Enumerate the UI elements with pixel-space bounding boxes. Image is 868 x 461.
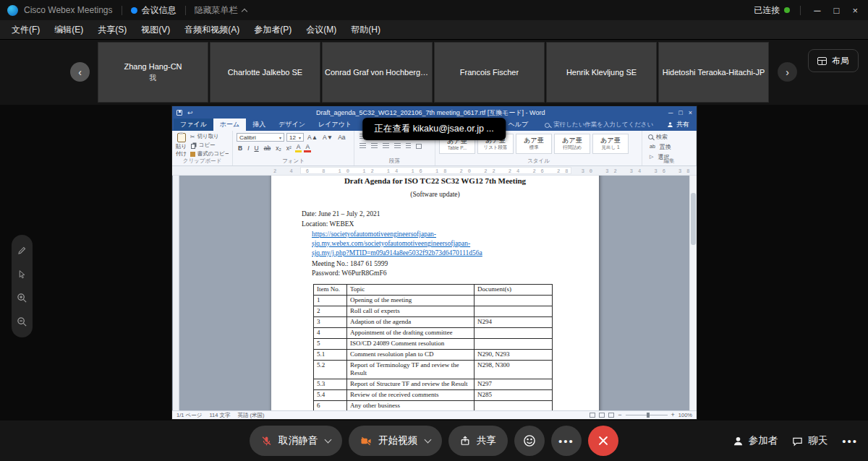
document-page[interactable]: Draft Agenda for ISO TC22 SC32 WG12 7th … [271, 176, 599, 410]
video-tile[interactable]: Hidetoshi Teraoka-Hitachi-JP [658, 42, 769, 103]
horizontal-ruler[interactable]: 2 4 6 8 10 12 14 16 18 20 22 24 26 28 30… [172, 166, 697, 176]
save-icon[interactable] [176, 110, 182, 116]
table-cell: 5.4 [314, 390, 347, 401]
tell-me-search[interactable]: 実行したい作業を入力してください [545, 121, 653, 131]
close-button[interactable]: × [849, 5, 861, 16]
style-name: 標準 [529, 145, 539, 151]
font-size-combo[interactable]: 12▾ [286, 133, 304, 142]
font-color-icon[interactable]: A [304, 144, 311, 152]
pointer-icon[interactable] [16, 268, 28, 280]
vertical-ruler[interactable] [173, 176, 179, 410]
chat-button[interactable]: 聊天 [792, 434, 827, 447]
video-tile[interactable]: Henrik Klevljung SE [546, 42, 657, 103]
table-cell: Any other business [347, 401, 475, 411]
zoom-out-button[interactable]: − [618, 412, 621, 418]
paste-button[interactable]: 貼り付け [176, 133, 187, 158]
reactions-button[interactable] [514, 426, 545, 456]
previous-participants-button[interactable]: ‹ [70, 62, 90, 82]
layout-button[interactable]: 布局 [808, 49, 859, 72]
word-tab[interactable]: ヘルプ [502, 119, 535, 131]
menu-item[interactable]: 文件(F) [4, 20, 47, 39]
read-mode-icon[interactable] [590, 413, 595, 418]
chevron-down-icon[interactable] [425, 436, 432, 443]
menu-item[interactable]: 共享(S) [90, 20, 134, 39]
replace-button[interactable]: ab置換 [648, 142, 692, 151]
web-layout-icon[interactable] [608, 413, 614, 418]
doc-link[interactable]: https://societyofautomotiveengineersofja… [312, 230, 599, 239]
zoom-slider[interactable] [626, 415, 668, 416]
justify-icon[interactable] [393, 143, 402, 149]
word-tab[interactable]: デザイン [272, 119, 312, 131]
find-button[interactable]: 検索 [648, 133, 692, 141]
style-card[interactable]: あア亜標準 [516, 134, 552, 154]
underline-icon[interactable]: U [253, 144, 260, 152]
menu-item[interactable]: 参加者(P) [247, 20, 299, 39]
language-status[interactable]: 英語 (米国) [237, 412, 264, 419]
word-close-button[interactable]: × [689, 109, 692, 116]
meeting-info-button[interactable]: 会议信息 [131, 4, 176, 17]
change-case-icon[interactable]: Aa [336, 133, 346, 142]
superscript-icon[interactable]: x² [285, 144, 293, 152]
chevron-down-icon[interactable] [325, 436, 332, 443]
word-maximize-button[interactable]: □ [678, 109, 682, 116]
menu-item[interactable]: 视图(V) [134, 20, 177, 39]
bold-icon[interactable]: B [237, 144, 244, 152]
italic-icon[interactable]: I [246, 144, 250, 152]
word-vertical-scrollbar[interactable] [689, 176, 697, 410]
share-button[interactable]: 共享 [448, 426, 508, 456]
hide-menubar-button[interactable]: 隐藏菜单栏 [195, 4, 247, 17]
more-options-button[interactable]: ••• [551, 426, 582, 456]
word-minimize-button[interactable]: ─ [668, 109, 673, 116]
font-name-combo[interactable]: Calibri▾ [237, 133, 284, 142]
next-participants-button[interactable]: › [778, 62, 797, 82]
participants-button[interactable]: 参加者 [733, 434, 778, 447]
word-share-button[interactable]: 共有 [661, 119, 695, 131]
subscript-icon[interactable]: x₂ [274, 144, 283, 152]
word-tab[interactable]: レイアウト [312, 119, 358, 131]
word-count[interactable]: 114 文字 [209, 412, 230, 419]
line-spacing-icon[interactable] [404, 143, 412, 149]
doc-link[interactable]: sjq.my/j.php?MTID=m09a914a8ee5032f92b73d… [312, 249, 599, 258]
zoom-in-button[interactable]: + [671, 412, 675, 418]
table-cell [475, 339, 553, 350]
zoom-level[interactable]: 100% [678, 412, 692, 418]
doc-link[interactable]: sjq.my.webex.com/societyofautomotiveengi… [312, 239, 599, 249]
menu-item[interactable]: 会议(M) [299, 20, 344, 39]
copy-button[interactable]: コピー [190, 142, 229, 149]
word-tab[interactable]: ホーム [213, 119, 246, 131]
annotate-pen-icon[interactable] [16, 244, 28, 257]
leave-meeting-button[interactable] [588, 426, 618, 456]
shrink-font-icon[interactable]: A▼ [321, 133, 334, 142]
zoom-out-icon[interactable] [16, 316, 28, 328]
menu-item[interactable]: 音频和视频(A) [177, 20, 247, 39]
align-center-icon[interactable] [370, 143, 379, 149]
menu-item[interactable]: 编辑(E) [47, 20, 90, 39]
video-tile[interactable]: Conrad Graf von Hochberg … [322, 42, 433, 103]
video-tile[interactable]: Charlotte Jalkebo SE [210, 42, 320, 103]
print-layout-icon[interactable] [599, 413, 605, 418]
grow-font-icon[interactable]: A▲ [306, 133, 319, 142]
minimize-button[interactable]: ─ [811, 5, 823, 16]
video-tile[interactable]: Zhang Hang-CN我 [98, 42, 208, 103]
maximize-button[interactable]: □ [831, 5, 843, 16]
borders-icon[interactable] [414, 144, 423, 149]
highlight-color-icon[interactable]: A [295, 144, 302, 152]
align-right-icon[interactable] [381, 143, 391, 149]
menu-item[interactable]: 帮助(H) [344, 20, 388, 39]
style-card[interactable]: あア亜行間詰め [554, 134, 590, 154]
align-left-icon[interactable] [358, 143, 367, 149]
zoom-in-icon[interactable] [16, 292, 28, 304]
word-tab[interactable]: ファイル [174, 119, 213, 131]
unmute-button[interactable]: 取消静音 [250, 426, 342, 456]
strikethrough-icon[interactable]: ab [263, 144, 272, 152]
format-painter-button[interactable]: 書式のコピー/貼り付け [190, 150, 229, 158]
undo-icon[interactable]: ↩ [187, 110, 193, 116]
style-card[interactable]: あア亜見出し 1 [592, 134, 629, 154]
video-tile[interactable]: Francois Fischer [434, 42, 545, 103]
word-tab[interactable]: 挿入 [246, 119, 272, 131]
more-panel-button[interactable]: ••• [842, 435, 858, 447]
scrollbar-thumb[interactable] [691, 193, 696, 245]
muted-mic-icon [261, 436, 272, 447]
start-video-button[interactable]: 开始视频 [349, 426, 442, 456]
cut-button[interactable]: 切り取り [190, 133, 229, 140]
